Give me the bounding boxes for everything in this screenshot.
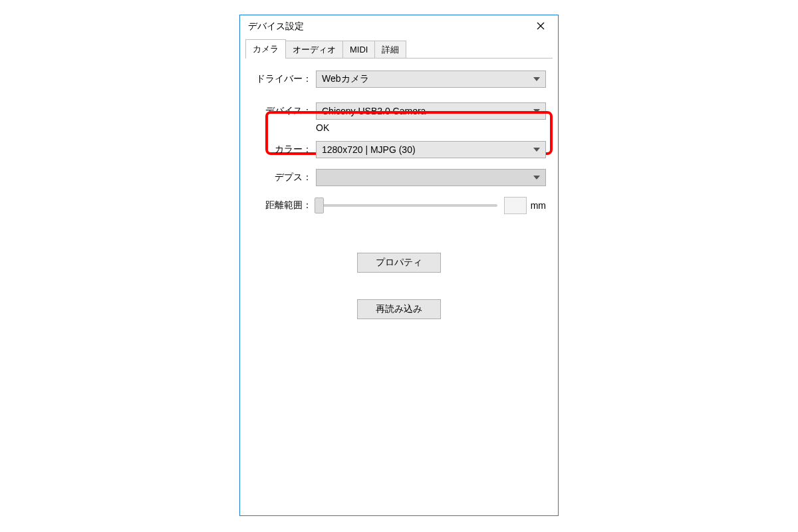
properties-button-label: プロパティ — [376, 257, 422, 267]
close-button[interactable] — [526, 17, 555, 37]
device-settings-dialog: デバイス設定 カメラ オーディオ MIDI 詳細 ドライバー： Webカメラ デ… — [239, 15, 559, 516]
driver-value: Webカメラ — [322, 73, 529, 85]
titlebar: デバイス設定 — [240, 15, 558, 38]
tab-audio-label: オーディオ — [293, 45, 336, 55]
device-status-row: OK — [252, 122, 546, 133]
chevron-down-icon — [533, 148, 540, 152]
svg-marker-5 — [533, 176, 540, 180]
chevron-down-icon — [533, 77, 540, 81]
reload-button-label: 再読み込み — [376, 303, 422, 314]
svg-marker-2 — [533, 77, 540, 81]
color-select[interactable]: 1280x720 | MJPG (30) — [316, 141, 546, 158]
range-slider[interactable] — [316, 204, 497, 207]
device-select[interactable]: Chicony USB2.0 Camera — [316, 102, 546, 120]
tab-strip: カメラ オーディオ MIDI 詳細 — [245, 39, 553, 59]
range-slider-wrap: mm — [316, 197, 546, 214]
depth-row: デプス： — [252, 169, 546, 186]
tab-advanced-label: 詳細 — [382, 45, 399, 55]
close-icon — [537, 21, 545, 32]
depth-label: デプス： — [252, 172, 316, 184]
svg-marker-4 — [533, 148, 540, 152]
color-label: カラー： — [252, 144, 316, 156]
device-label: デバイス： — [252, 105, 316, 117]
range-row: 距離範囲： mm — [252, 197, 546, 214]
tab-advanced[interactable]: 詳細 — [374, 41, 406, 58]
tab-audio[interactable]: オーディオ — [285, 41, 343, 58]
depth-select — [316, 169, 546, 186]
tab-camera-label: カメラ — [253, 44, 279, 54]
reload-row: 再読み込み — [252, 299, 546, 319]
device-row: デバイス： Chicony USB2.0 Camera — [252, 102, 546, 120]
svg-marker-3 — [533, 109, 540, 113]
camera-panel: ドライバー： Webカメラ デバイス： Chicony USB2.0 Camer… — [240, 59, 558, 331]
chevron-down-icon — [533, 109, 540, 113]
color-row: カラー： 1280x720 | MJPG (30) — [252, 141, 546, 158]
window-title: デバイス設定 — [248, 21, 526, 33]
driver-row: ドライバー： Webカメラ — [252, 70, 546, 88]
device-value: Chicony USB2.0 Camera — [322, 106, 529, 116]
range-value-box[interactable] — [504, 197, 527, 214]
tab-midi-label: MIDI — [350, 45, 368, 55]
reload-button[interactable]: 再読み込み — [357, 299, 441, 319]
driver-select[interactable]: Webカメラ — [316, 70, 546, 88]
range-unit: mm — [531, 200, 546, 211]
chevron-down-icon — [533, 176, 540, 180]
properties-row: プロパティ — [252, 253, 546, 273]
range-label: 距離範囲： — [252, 200, 316, 211]
driver-label: ドライバー： — [252, 73, 316, 85]
properties-button[interactable]: プロパティ — [357, 253, 441, 273]
color-value: 1280x720 | MJPG (30) — [322, 144, 529, 155]
tab-camera[interactable]: カメラ — [245, 39, 286, 58]
range-slider-thumb[interactable] — [315, 198, 324, 213]
tab-midi[interactable]: MIDI — [342, 41, 375, 58]
device-status: OK — [316, 122, 329, 133]
